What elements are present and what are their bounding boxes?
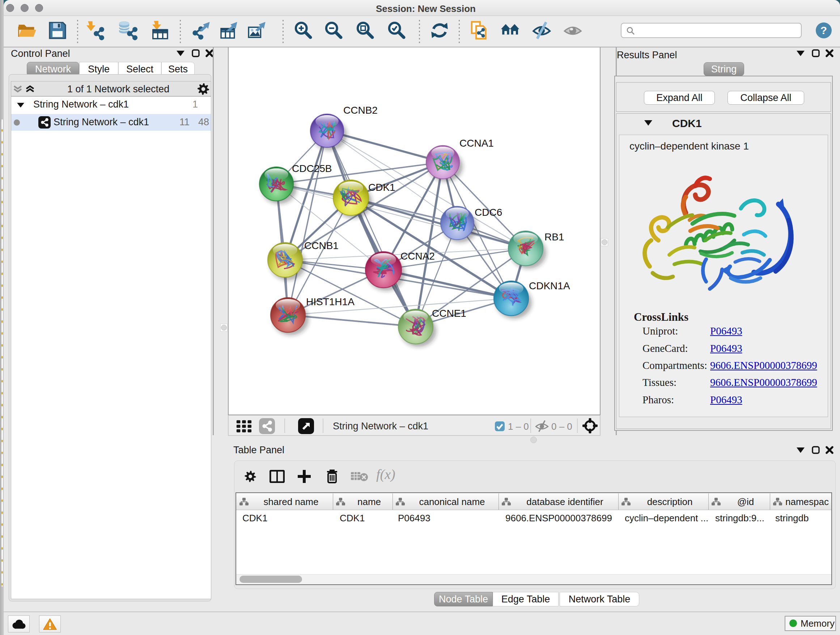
svg-text:CDC25B: CDC25B [292,163,332,174]
svg-text:CDC6: CDC6 [475,207,502,218]
svg-text:CCNA2: CCNA2 [401,250,435,262]
svg-text:CCNB2: CCNB2 [343,105,378,116]
svg-text:RB1: RB1 [545,231,564,242]
svg-text:CCNB1: CCNB1 [304,240,339,251]
svg-text:CCNA1: CCNA1 [459,138,494,149]
svg-text:HIST1H1A: HIST1H1A [306,296,355,307]
svg-text:?: ? [821,24,827,36]
svg-text:CDKN1A: CDKN1A [529,280,570,291]
svg-text:CCNE1: CCNE1 [432,308,466,319]
svg-text:CDK1: CDK1 [368,182,395,193]
